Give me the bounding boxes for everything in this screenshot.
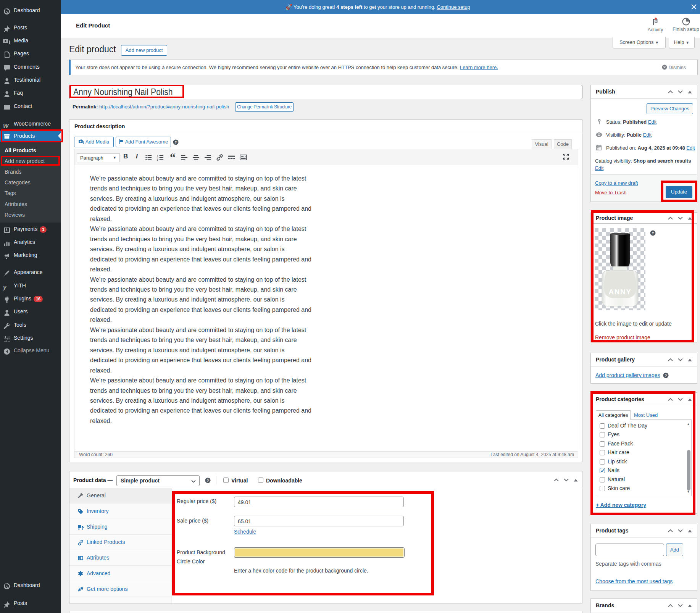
svg-text:?: ?: [665, 373, 667, 377]
svg-text:?: ?: [206, 478, 209, 482]
svg-text:?: ?: [174, 140, 177, 144]
svg-text:3: 3: [157, 158, 158, 161]
